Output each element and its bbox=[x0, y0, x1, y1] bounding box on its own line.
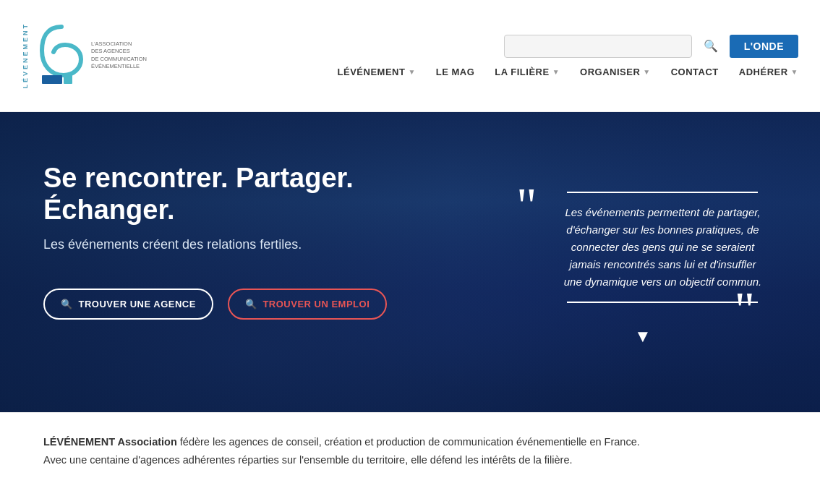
nav-item-la-filiere[interactable]: LA FILIÈRE ▼ bbox=[495, 67, 560, 77]
onde-button[interactable]: L'ONDE bbox=[730, 35, 798, 58]
bottom-strip: LÉVÉNEMENT Association fédère les agence… bbox=[0, 412, 820, 489]
logo-area: LÉVENEMENT L'ASSOCIATION DES AGENCES DE … bbox=[22, 22, 147, 89]
chevron-down-icon: ▼ bbox=[408, 68, 415, 76]
nav-item-contact[interactable]: CONTACT bbox=[671, 67, 719, 77]
quote-chevron: ▼ bbox=[524, 326, 762, 346]
trouver-emploi-button[interactable]: 🔍 TROUVER UN EMPLOI bbox=[228, 289, 387, 320]
quote-line-bottom bbox=[567, 302, 758, 303]
search-icon: 🔍 bbox=[61, 299, 73, 309]
hero-right: " Les événements permettent de partager,… bbox=[516, 177, 777, 361]
quote-close-mark: " bbox=[734, 282, 755, 338]
hero-title: Se rencontrer. Partager. Échanger. bbox=[43, 163, 463, 226]
hero-buttons: 🔍 TROUVER UNE AGENCE 🔍 TROUVER UN EMPLOI bbox=[43, 289, 463, 320]
logo-text-block: L'ASSOCIATION DES AGENCES DE COMMUNICATI… bbox=[91, 40, 147, 71]
search-icon: 🔍 bbox=[245, 299, 257, 309]
hero-subtitle: Les événements créent des relations fert… bbox=[43, 237, 463, 252]
hero-section: Se rencontrer. Partager. Échanger. Les é… bbox=[0, 112, 820, 412]
svg-rect-1 bbox=[64, 75, 72, 84]
nav-item-adherer[interactable]: ADHÉRER ▼ bbox=[739, 67, 798, 77]
header: LÉVENEMENT L'ASSOCIATION DES AGENCES DE … bbox=[0, 0, 820, 112]
chevron-down-icon: ▼ bbox=[643, 68, 650, 76]
trouver-agence-button[interactable]: 🔍 TROUVER UNE AGENCE bbox=[43, 289, 213, 320]
hero-content: Se rencontrer. Partager. Échanger. Les é… bbox=[0, 112, 820, 412]
search-bar-row: 🔍 L'ONDE bbox=[504, 35, 798, 58]
search-icon: 🔍 bbox=[704, 39, 718, 53]
quote-line-top bbox=[567, 192, 758, 193]
hero-left: Se rencontrer. Partager. Échanger. Les é… bbox=[43, 163, 463, 320]
search-input[interactable] bbox=[504, 35, 692, 58]
svg-rect-0 bbox=[42, 75, 62, 84]
logo-vertical-text: LÉVENEMENT bbox=[22, 22, 29, 89]
chevron-down-icon: ▼ bbox=[552, 68, 560, 76]
bottom-description: LÉVÉNEMENT Association fédère les agence… bbox=[43, 433, 777, 451]
quote-text: Les événements permettent de partager, d… bbox=[563, 204, 762, 291]
quote-open-mark: " bbox=[516, 181, 537, 231]
logo-icon bbox=[36, 23, 87, 88]
bottom-description-line2: Avec une centaine d'agences adhérentes r… bbox=[43, 451, 777, 469]
nav-item-levenement[interactable]: LÉVÉNEMENT ▼ bbox=[338, 67, 416, 77]
search-button[interactable]: 🔍 bbox=[699, 35, 722, 58]
nav-item-le-mag[interactable]: LE MAG bbox=[436, 67, 475, 77]
main-nav: LÉVÉNEMENT ▼ LE MAG LA FILIÈRE ▼ ORGANIS… bbox=[338, 67, 798, 77]
header-right: 🔍 L'ONDE LÉVÉNEMENT ▼ LE MAG LA FILIÈRE … bbox=[338, 35, 798, 77]
quote-box: " Les événements permettent de partager,… bbox=[516, 177, 777, 361]
nav-item-organiser[interactable]: ORGANISER ▼ bbox=[580, 67, 651, 77]
chevron-down-icon: ▼ bbox=[791, 68, 798, 76]
